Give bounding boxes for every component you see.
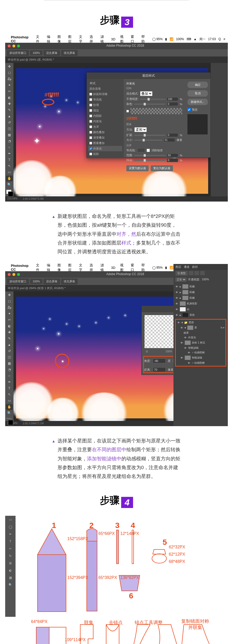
zoom-tool[interactable]: 🔍 — [6, 182, 13, 188]
method-select[interactable]: 柔和 — [134, 127, 147, 132]
fx-satin[interactable]: 光泽 — [88, 124, 122, 130]
ok-button[interactable]: 确定 — [187, 82, 208, 88]
channels-tab[interactable]: 通道 — [184, 265, 190, 269]
filter-icon[interactable] — [200, 271, 205, 275]
wand-tool[interactable]: ✦ — [6, 311, 13, 317]
heal-tool[interactable]: ✚ — [6, 330, 13, 335]
ai-tool[interactable]: ✒ — [6, 531, 15, 538]
move-tool[interactable]: ✥ — [6, 64, 13, 69]
color-swatch[interactable] — [6, 190, 11, 194]
menu-file[interactable]: 文件 — [36, 34, 42, 44]
jitter-input[interactable] — [167, 158, 178, 162]
eyedropper-tool[interactable]: ◐ — [6, 95, 13, 101]
fx-color-overlay[interactable]: 颜色叠加 — [88, 130, 122, 135]
menu-window[interactable]: 窗口 — [131, 34, 137, 44]
spread-slider[interactable] — [134, 135, 165, 136]
menu-3d[interactable]: 3D — [111, 37, 115, 41]
minimize-button[interactable] — [12, 273, 15, 276]
preview-check[interactable] — [187, 108, 191, 111]
gradient-tool[interactable]: ▦ — [6, 361, 13, 366]
menu-image[interactable]: 图像 — [57, 34, 63, 44]
menu-select[interactable]: 选择 — [90, 34, 96, 44]
opacity-slider[interactable] — [140, 99, 165, 100]
fx-inner-glow[interactable]: 内发光 — [88, 119, 122, 124]
opt-100[interactable]: 100% — [30, 50, 42, 55]
shape-tool[interactable]: ▭ — [6, 398, 13, 404]
opacity-input[interactable] — [167, 97, 178, 101]
marquee-tool[interactable]: ◻ — [6, 70, 13, 76]
range-slider[interactable] — [134, 155, 165, 156]
ai-tool[interactable]: ▦ — [6, 574, 15, 581]
noise-slider[interactable] — [134, 104, 165, 105]
menu-image[interactable]: 图像 — [57, 263, 63, 272]
cancel-button[interactable]: 取消 — [187, 90, 208, 97]
gradient-tool[interactable]: ▦ — [6, 132, 13, 138]
menu-type[interactable]: 文字 — [79, 34, 85, 44]
blur-tool[interactable]: ◔ — [6, 138, 13, 144]
menu-3d[interactable]: 3D — [111, 266, 115, 270]
blend-mode[interactable]: 正常 — [176, 278, 186, 282]
document-tab[interactable]: 毕业作业.psd @ 284% (星, RGB/8) * — [5, 56, 228, 63]
new-style-button[interactable]: 新建样式... — [187, 99, 208, 105]
ime[interactable]: ⌨︎ — [187, 37, 191, 41]
menu-help[interactable]: 帮助 — [141, 34, 147, 44]
crop-tool[interactable]: ✂ — [6, 89, 13, 94]
opt-scroll[interactable]: 滚动所有窗口 — [7, 278, 29, 284]
reset-default-button[interactable]: 复位为默认值 — [151, 165, 173, 171]
maximize-button[interactable] — [17, 273, 20, 276]
hand-tool[interactable]: ✋ — [6, 176, 13, 181]
paths-tab[interactable]: 路径 — [192, 265, 198, 269]
brush-tool[interactable]: ✎ — [6, 107, 13, 113]
ai-tool[interactable]: ▭ — [6, 516, 15, 523]
gradient-editor[interactable] — [130, 108, 182, 114]
menu-filter[interactable]: 滤镜 — [100, 34, 106, 44]
menu-file[interactable]: 文件 — [36, 263, 42, 272]
range-input[interactable] — [167, 153, 178, 157]
lasso-tool[interactable]: ₯ — [6, 305, 13, 310]
fx-gradient-overlay[interactable]: 渐变叠加 — [88, 135, 122, 140]
fx-inner-shadow[interactable]: 内阴影 — [88, 113, 122, 119]
opt-scroll[interactable]: 滚动所有窗口 — [7, 50, 29, 56]
type-tool[interactable]: T — [6, 385, 13, 391]
lasso-tool[interactable]: ₯ — [6, 76, 13, 82]
color-swatch[interactable] — [6, 418, 11, 419]
jitter-slider[interactable] — [134, 160, 165, 161]
pen-tool[interactable]: ✒ — [6, 151, 13, 156]
spread-input[interactable] — [167, 133, 178, 137]
menu-layer[interactable]: 图层 — [68, 263, 74, 272]
pen-tool[interactable]: ✒ — [6, 379, 13, 385]
menu-filter[interactable]: 滤镜 — [100, 263, 106, 272]
size-slider[interactable] — [134, 140, 162, 141]
fx-blend-options[interactable]: 混合选项 — [88, 86, 122, 91]
move-tool[interactable]: ✥ — [6, 292, 13, 298]
search-icon[interactable]: Q — [219, 37, 221, 41]
menu-select[interactable]: 选择 — [90, 263, 96, 272]
stamp-tool[interactable]: ▲ — [6, 342, 13, 348]
dodge-tool[interactable]: ○ — [6, 373, 13, 379]
filter-type[interactable]: Q 类型 — [176, 271, 188, 276]
marquee-tool[interactable]: ◻ — [6, 298, 13, 304]
history-brush[interactable]: ↺ — [6, 120, 13, 125]
path-tool[interactable]: ↖ — [6, 163, 13, 169]
history-brush[interactable]: ↺ — [6, 348, 13, 354]
eyedropper-tool[interactable]: ◐ — [6, 323, 13, 329]
stamp-tool[interactable]: ▲ — [6, 113, 13, 119]
opt-100[interactable]: 100% — [30, 279, 42, 284]
eraser-tool[interactable]: ◫ — [6, 126, 13, 132]
crop-tool[interactable]: ✂ — [6, 317, 13, 323]
filter-icon[interactable] — [194, 271, 199, 275]
blend-mode-select[interactable]: 叠加 — [140, 91, 152, 96]
noise-input[interactable] — [167, 102, 178, 106]
ai-tool[interactable]: T — [6, 538, 15, 545]
brush-tool[interactable]: ✎ — [6, 336, 13, 341]
layers-tab[interactable]: 图层 — [176, 265, 181, 269]
anti-alias-check[interactable] — [147, 149, 150, 152]
type-tool[interactable]: T — [6, 157, 13, 163]
opt-fit[interactable]: 适合屏幕 — [43, 278, 60, 284]
ai-tool[interactable]: ↻ — [6, 553, 15, 559]
path-tool[interactable]: ↖ — [6, 392, 13, 397]
heal-tool[interactable]: ✚ — [6, 101, 13, 107]
fx-bevel[interactable]: 斜面和浮雕 — [88, 91, 122, 97]
fx-drop-shadow[interactable]: 投影 — [88, 151, 122, 157]
collapsed-panels[interactable] — [211, 63, 228, 196]
